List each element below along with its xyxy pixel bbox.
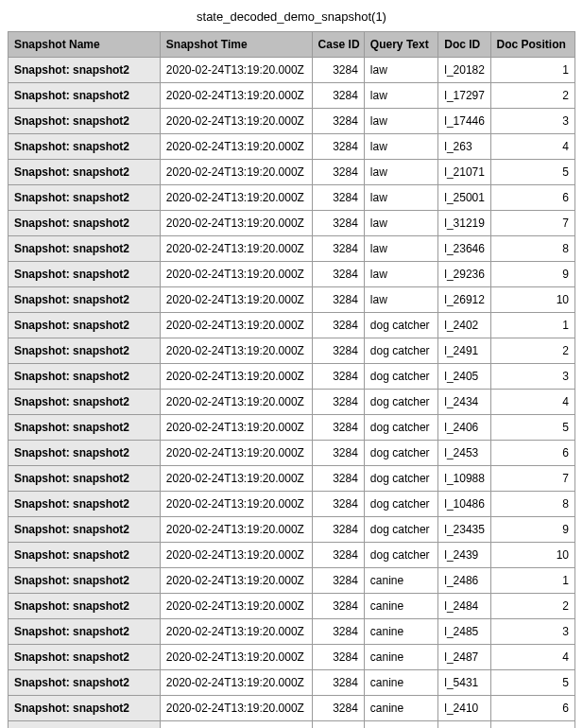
cell-snapshot-name: Snapshot: snapshot2 — [9, 619, 161, 645]
cell-doc-position: 6 — [490, 185, 574, 211]
cell-query-text: dog catcher — [364, 441, 437, 466]
cell-doc-position: 4 — [490, 134, 574, 160]
header-query-text[interactable]: Query Text — [364, 32, 437, 58]
cell-snapshot-name: Snapshot: snapshot2 — [9, 160, 161, 185]
cell-doc-id: l_17446 — [438, 109, 490, 134]
cell-query-text: law — [364, 287, 437, 313]
cell-doc-position: 10 — [490, 543, 574, 568]
table-row: Snapshot: snapshot22020-02-24T13:19:20.0… — [9, 568, 575, 594]
cell-doc-position: 7 — [490, 211, 574, 236]
cell-doc-position: 3 — [490, 619, 574, 645]
cell-snapshot-time: 2020-02-24T13:19:20.000Z — [160, 134, 312, 160]
cell-snapshot-name: Snapshot: snapshot2 — [9, 568, 161, 594]
cell-case-id: 3284 — [312, 58, 364, 83]
cell-snapshot-name: Snapshot: snapshot2 — [9, 287, 161, 313]
cell-snapshot-time: 2020-02-24T13:19:20.000Z — [160, 287, 312, 313]
cell-snapshot-name: Snapshot: snapshot2 — [9, 58, 161, 83]
cell-snapshot-name: Snapshot: snapshot2 — [9, 517, 161, 543]
cell-doc-id: l_2410 — [438, 696, 490, 721]
cell-doc-id: l_2434 — [438, 390, 490, 415]
cell-snapshot-time: 2020-02-24T13:19:20.000Z — [160, 594, 312, 619]
header-snapshot-name[interactable]: Snapshot Name — [9, 32, 161, 58]
cell-doc-position: 7 — [490, 466, 574, 492]
cell-query-text: dog catcher — [364, 390, 437, 415]
cell-case-id: 3284 — [312, 670, 364, 696]
cell-doc-id: l_2453 — [438, 441, 490, 466]
cell-case-id: 3284 — [312, 236, 364, 262]
cell-snapshot-name: Snapshot: snapshot2 — [9, 696, 161, 721]
cell-doc-id: l_10988 — [438, 466, 490, 492]
cell-snapshot-time: 2020-02-24T13:19:20.000Z — [160, 619, 312, 645]
cell-snapshot-name: Snapshot: snapshot2 — [9, 211, 161, 236]
cell-query-text: law — [364, 211, 437, 236]
cell-snapshot-name: Snapshot: snapshot2 — [9, 185, 161, 211]
table-row: Snapshot: snapshot22020-02-24T13:19:20.0… — [9, 185, 575, 211]
cell-snapshot-name: Snapshot: snapshot2 — [9, 645, 161, 670]
cell-snapshot-time: 2020-02-24T13:19:20.000Z — [160, 466, 312, 492]
cell-snapshot-time: 2020-02-24T13:19:20.000Z — [160, 645, 312, 670]
cell-snapshot-name: Snapshot: snapshot2 — [9, 134, 161, 160]
cell-doc-position: 5 — [490, 670, 574, 696]
cell-doc-position: 1 — [490, 313, 574, 338]
header-doc-id[interactable]: Doc ID — [438, 32, 490, 58]
table-row: Snapshot: snapshot22020-02-24T13:19:20.0… — [9, 619, 575, 645]
table-row: Snapshot: snapshot22020-02-24T13:19:20.0… — [9, 134, 575, 160]
cell-doc-id: l_263 — [438, 134, 490, 160]
table-row: Snapshot: snapshot22020-02-24T13:19:20.0… — [9, 262, 575, 287]
cell-snapshot-name: Snapshot: snapshot2 — [9, 262, 161, 287]
cell-doc-id: l_17297 — [438, 83, 490, 109]
cell-snapshot-time: 2020-02-24T13:19:20.000Z — [160, 262, 312, 287]
header-case-id[interactable]: Case ID — [312, 32, 364, 58]
cell-snapshot-name: Snapshot: snapshot2 — [9, 543, 161, 568]
cell-doc-id: l_2484 — [438, 594, 490, 619]
cell-query-text: canine — [364, 645, 437, 670]
cell-query-text: law — [364, 185, 437, 211]
cell-snapshot-time: 2020-02-24T13:19:20.000Z — [160, 696, 312, 721]
cell-doc-position: 1 — [490, 568, 574, 594]
cell-snapshot-time: 2020-02-24T13:19:20.000Z — [160, 492, 312, 517]
header-snapshot-time[interactable]: Snapshot Time — [160, 32, 312, 58]
cell-snapshot-name: Snapshot: snapshot2 — [9, 338, 161, 364]
cell-snapshot-time: 2020-02-24T13:19:20.000Z — [160, 441, 312, 466]
cell-doc-id: l_2485 — [438, 619, 490, 645]
cell-doc-id: l_2405 — [438, 364, 490, 390]
cell-snapshot-time: 2020-02-24T13:19:20.000Z — [160, 415, 312, 441]
cell-case-id: 3284 — [312, 645, 364, 670]
cell-query-text: law — [364, 236, 437, 262]
cell-query-text: dog catcher — [364, 338, 437, 364]
cell-doc-position: 5 — [490, 415, 574, 441]
cell-snapshot-time: 2020-02-24T13:19:20.000Z — [160, 160, 312, 185]
table-row: Snapshot: snapshot22020-02-24T13:19:20.0… — [9, 364, 575, 390]
table-row: Snapshot: snapshot22020-02-24T13:19:20.0… — [9, 543, 575, 568]
cell-snapshot-name: Snapshot: snapshot2 — [9, 492, 161, 517]
header-doc-position[interactable]: Doc Position — [490, 32, 574, 58]
cell-snapshot-name: Snapshot: snapshot2 — [9, 364, 161, 390]
table-row: Snapshot: snapshot22020-02-24T13:19:20.0… — [9, 338, 575, 364]
cell-doc-id: l_5431 — [438, 670, 490, 696]
cell-doc-position: 4 — [490, 645, 574, 670]
table-row: Snapshot: snapshot22020-02-24T13:19:20.0… — [9, 517, 575, 543]
cell-query-text: law — [364, 160, 437, 185]
cell-snapshot-time: 2020-02-24T13:19:20.000Z — [160, 313, 312, 338]
cell-snapshot-time: 2020-02-24T13:19:20.000Z — [160, 364, 312, 390]
cell-snapshot-time: 2020-02-24T13:19:20.000Z — [160, 517, 312, 543]
cell-doc-position: 9 — [490, 262, 574, 287]
page-title: state_decoded_demo_snapshot(1) — [8, 6, 575, 31]
cell-case-id: 3284 — [312, 185, 364, 211]
cell-case-id: 3284 — [312, 543, 364, 568]
cell-doc-id: l_26912 — [438, 287, 490, 313]
cell-snapshot-time: 2020-02-24T13:19:20.000Z — [160, 236, 312, 262]
cell-query-text: law — [364, 58, 437, 83]
cell-query-text: law — [364, 134, 437, 160]
cell-snapshot-name: Snapshot: snapshot2 — [9, 594, 161, 619]
cell-snapshot-time: 2020-02-24T13:19:20.000Z — [160, 338, 312, 364]
table-row: Snapshot: snapshot22020-02-24T13:19:20.0… — [9, 441, 575, 466]
cell-case-id: 3284 — [312, 619, 364, 645]
cell-case-id: 3284 — [312, 415, 364, 441]
cell-query-text: canine — [364, 696, 437, 721]
table-row: Snapshot: snapshot22020-02-24T13:19:20.0… — [9, 83, 575, 109]
table-row: Snapshot: snapshot22020-02-24T13:19:20.0… — [9, 645, 575, 670]
table-row: Snapshot: snapshot22020-02-24T13:19:20.0… — [9, 415, 575, 441]
cell-doc-id: l_2486 — [438, 568, 490, 594]
cell-query-text: dog catcher — [364, 415, 437, 441]
